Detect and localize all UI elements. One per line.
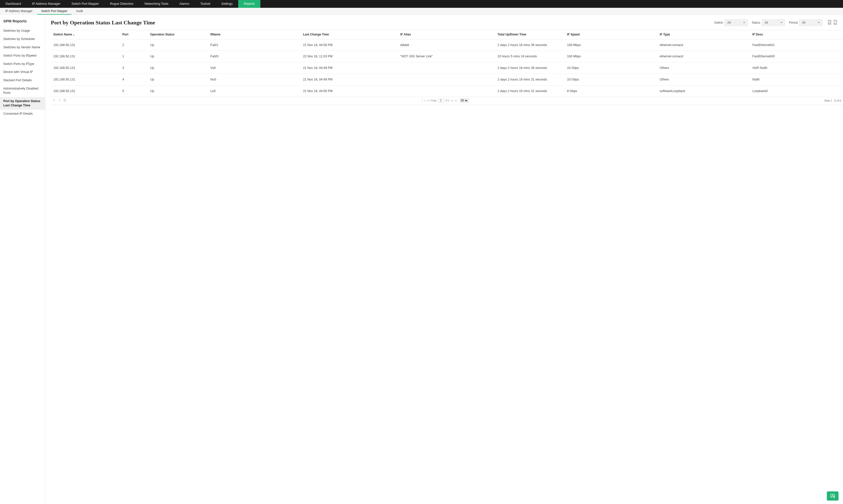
sidebar-item[interactable]: Switch Ports by ifSpeed	[0, 52, 45, 60]
cell-op: Up	[148, 74, 208, 86]
cell-iftype: softwareLoopback	[658, 86, 750, 97]
filter-period-label: Period	[789, 21, 798, 24]
cell-lct: 21 Nov 18, 04:50 PM	[301, 86, 398, 97]
column-header[interactable]: Last Change Time	[301, 30, 398, 39]
table-row[interactable]: 192.168.50.1313UpVo021 Nov 18, 04:49 PM2…	[51, 62, 843, 74]
filter-switch-dropdown[interactable]: All	[724, 19, 748, 26]
column-header[interactable]: IF Type	[658, 30, 750, 39]
cell-lct: 21 Nov 18, 04:49 PM	[301, 62, 398, 74]
sidebar-item[interactable]: Administratively Disabled Ports	[0, 85, 45, 97]
sidebar-item[interactable]: Stacked Port Details	[0, 76, 45, 85]
cell-alias	[398, 74, 496, 86]
chat-button[interactable]	[827, 491, 839, 501]
topnav-item-switch-port-mapper[interactable]: Switch Port Mapper	[66, 0, 104, 8]
sidebar-item[interactable]: Switches by Vendor Name	[0, 43, 45, 52]
page-title: Port by Operation Status Last Change Tim…	[51, 19, 714, 26]
svg-rect-3	[64, 100, 66, 101]
cell-ifdesc: Null0	[750, 74, 843, 86]
cell-ifname: Nu0	[208, 74, 301, 86]
svg-text:csv: csv	[834, 23, 836, 24]
topnav-item-settings[interactable]: Settings	[216, 0, 238, 8]
column-header[interactable]: IF Alias	[398, 30, 496, 39]
cell-switch: 192.168.50.131	[51, 86, 120, 97]
cell-op: Up	[148, 51, 208, 62]
topnav-item-alarms[interactable]: Alarms	[174, 0, 195, 8]
search-icon[interactable]	[53, 99, 56, 102]
column-header[interactable]: IF Speed	[565, 30, 658, 39]
cell-port: 2	[120, 39, 148, 51]
subnav-item-audit[interactable]: Audit	[72, 8, 87, 15]
pager-size-select[interactable]: 50	[460, 98, 468, 103]
topnav-item-ip-address-manager[interactable]: IP Address Manager	[26, 0, 66, 8]
table-row[interactable]: 192.168.50.1311UpFa0/022 Nov 18, 11:03 P…	[51, 51, 843, 62]
column-header[interactable]: Port	[120, 30, 148, 39]
filter-switch-label: Switch	[714, 21, 723, 24]
table-row[interactable]: 192.168.50.1314UpNu021 Nov 18, 04:49 PM2…	[51, 74, 843, 86]
pager-page-input[interactable]	[438, 98, 444, 103]
sidebar-item[interactable]: Connected IP Details	[0, 110, 45, 118]
cell-updown: 2 days 2 hours 18 mins 36 seconds	[496, 39, 565, 51]
export-csv-icon[interactable]: csv	[833, 20, 838, 25]
sidebar-title: SPM Reports	[0, 15, 45, 26]
cell-alias: ddddd	[398, 39, 496, 51]
cell-switch: 192.168.50.131	[51, 51, 120, 62]
subnav-item-ip-address-manager[interactable]: IP Address Manager	[1, 8, 37, 15]
sidebar-item[interactable]: Switches by Scheduler	[0, 35, 45, 43]
cell-speed: 10 Gbps	[565, 62, 658, 74]
svg-line-2	[55, 101, 55, 101]
sidebar-item[interactable]: Switch Ports by ifType	[0, 60, 45, 68]
column-header[interactable]: Switch Name▲	[51, 30, 120, 39]
cell-speed: 100 Mbps	[565, 51, 658, 62]
topnav-item-toolset[interactable]: Toolset	[195, 0, 216, 8]
cell-ifname: Fa0/1	[208, 39, 301, 51]
table-footer: ▏◂ ◂◂ Page of 1 ▸▸ ▸▏ 50 View 1 - 5 of 5	[51, 97, 843, 105]
cell-op: Up	[148, 86, 208, 97]
filter-status-label: Status	[752, 21, 760, 24]
cell-op: Up	[148, 62, 208, 74]
refresh-icon[interactable]	[58, 99, 61, 102]
column-header[interactable]: IF Desc	[750, 30, 843, 39]
export-pdf-icon[interactable]	[827, 20, 832, 25]
pager-last-button[interactable]: ▸▏	[455, 99, 459, 102]
pager-page-label: Page	[431, 99, 437, 102]
sidebar-item[interactable]: Port by Operation Status Last Change Tim…	[0, 97, 45, 110]
cell-op: Up	[148, 39, 208, 51]
filter-period-dropdown[interactable]: All	[799, 19, 822, 26]
table-row[interactable]: 192.168.50.1315UpLo021 Nov 18, 04:50 PM2…	[51, 86, 843, 97]
cell-updown: 2 days 2 hours 19 mins 31 seconds	[496, 74, 565, 86]
topnav-item-dashboard[interactable]: Dashboard	[0, 0, 26, 8]
sidebar: SPM Reports Switches by UsageSwitches by…	[0, 15, 45, 504]
cell-alias	[398, 86, 496, 97]
columns-icon[interactable]	[64, 99, 66, 102]
cell-updown: 2 days 2 hours 18 mins 31 seconds	[496, 86, 565, 97]
pager-view-text: View 1 - 5 of 5	[824, 99, 841, 102]
cell-port: 4	[120, 74, 148, 86]
topnav-item-rogue-detection[interactable]: Rogue Detection	[104, 0, 139, 8]
column-header[interactable]: IfName	[208, 30, 301, 39]
topnav-item-reports[interactable]: Reports	[238, 0, 261, 8]
pager-next-button[interactable]: ▸▸	[451, 99, 453, 102]
cell-switch: 192.168.50.131	[51, 39, 120, 51]
pager-prev-button[interactable]: ◂◂	[427, 99, 429, 102]
sidebar-item[interactable]: Switches by Usage	[0, 26, 45, 35]
cell-switch: 192.168.50.131	[51, 62, 120, 74]
cell-ifname: Lo0	[208, 86, 301, 97]
cell-port: 5	[120, 86, 148, 97]
top-nav: DashboardIP Address ManagerSwitch Port M…	[0, 0, 843, 8]
cell-ifdesc: FastEthernet0/0	[750, 51, 843, 62]
subnav-item-switch-port-mapper[interactable]: Switch Port Mapper	[37, 8, 72, 15]
cell-port: 3	[120, 62, 148, 74]
cell-updown: 20 hours 5 mins 24 seconds	[496, 51, 565, 62]
cell-ifname: Vo0	[208, 62, 301, 74]
cell-lct: 22 Nov 18, 11:03 PM	[301, 51, 398, 62]
pager-first-button[interactable]: ▏◂	[422, 99, 425, 102]
cell-ifdesc: FastEthernet0/1	[750, 39, 843, 51]
filter-status-dropdown[interactable]: All	[762, 19, 785, 26]
table-row[interactable]: 192.168.50.1312UpFa0/121 Nov 18, 04:50 P…	[51, 39, 843, 51]
sidebar-item[interactable]: Device with Virtual IP	[0, 68, 45, 76]
pager-page-of: of 1	[445, 99, 450, 102]
column-header[interactable]: Operation Status	[148, 30, 208, 39]
topnav-item-networking-tools[interactable]: Networking Tools	[139, 0, 174, 8]
column-header[interactable]: Total Up/Down Time	[496, 30, 565, 39]
cell-iftype: ethernet-csmacd	[658, 39, 750, 51]
